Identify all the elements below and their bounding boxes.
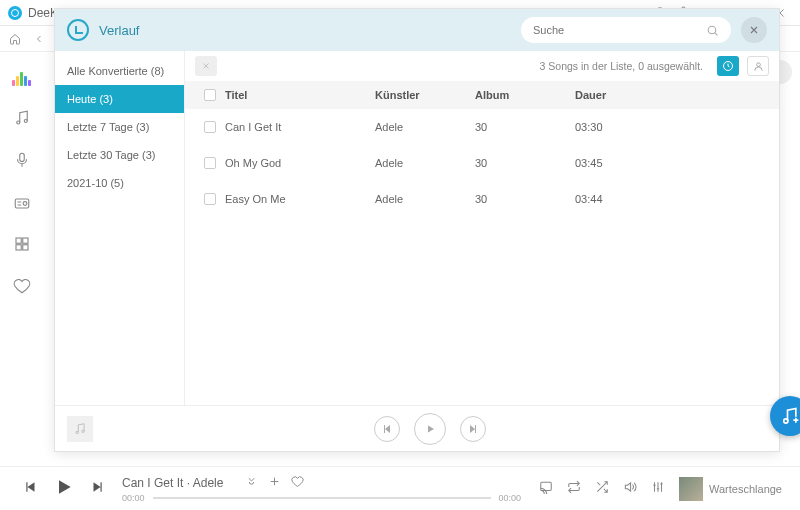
header-artist[interactable]: Künstler	[375, 89, 475, 101]
modal-search-input[interactable]	[533, 24, 706, 36]
modal-header: Verlauf	[55, 9, 779, 51]
progress-bar[interactable]	[153, 497, 491, 499]
sidebar-item-2[interactable]: Letzte 7 Tage (3)	[55, 113, 184, 141]
header-title[interactable]: Titel	[225, 89, 375, 101]
search-icon	[706, 24, 719, 37]
table-row[interactable]: Can I Get ItAdele3003:30	[185, 109, 779, 145]
music-nav-icon[interactable]	[12, 108, 32, 128]
svg-point-8	[23, 202, 27, 206]
time-current: 00:00	[122, 493, 145, 503]
queue-label: Warteschlange	[709, 483, 782, 495]
svg-point-14	[708, 26, 716, 34]
equalizer-icon[interactable]	[651, 480, 665, 497]
heart-nav-icon[interactable]	[12, 276, 32, 296]
cell-duration: 03:30	[575, 121, 655, 133]
cell-artist: Adele	[375, 121, 475, 133]
svg-point-4	[17, 121, 20, 124]
row-checkbox[interactable]	[204, 193, 216, 205]
svg-rect-6	[20, 153, 25, 161]
player-prev-button[interactable]	[24, 480, 38, 497]
lyrics-icon[interactable]	[245, 475, 258, 491]
app-logo-icon	[8, 6, 22, 20]
player-bar: Can I Get It · Adele 00:00 00:00 W	[0, 466, 800, 510]
modal-play-button[interactable]	[414, 413, 446, 445]
recent-toggle-button[interactable]	[717, 56, 739, 76]
cell-artist: Adele	[375, 157, 475, 169]
add-icon[interactable]	[268, 475, 281, 491]
player-next-button[interactable]	[90, 480, 104, 497]
time-total: 00:00	[499, 493, 522, 503]
history-header-icon	[67, 19, 89, 41]
radio-nav-icon[interactable]	[12, 192, 32, 212]
modal-close-button[interactable]	[741, 17, 767, 43]
shuffle-icon[interactable]	[595, 480, 609, 497]
modal-title: Verlauf	[99, 23, 139, 38]
svg-rect-10	[23, 238, 28, 243]
table-row[interactable]: Easy On MeAdele3003:44	[185, 181, 779, 217]
row-checkbox[interactable]	[204, 121, 216, 133]
sidebar-item-0[interactable]: Alle Konvertierte (8)	[55, 57, 184, 85]
cell-album: 30	[475, 193, 575, 205]
svg-point-18	[82, 430, 84, 432]
sidebar-item-4[interactable]: 2021-10 (5)	[55, 169, 184, 197]
svg-point-17	[76, 431, 78, 433]
table-row[interactable]: Oh My GodAdele3003:45	[185, 145, 779, 181]
queue-art	[679, 477, 703, 501]
user-toggle-button[interactable]	[747, 56, 769, 76]
svg-rect-12	[23, 245, 28, 250]
header-album[interactable]: Album	[475, 89, 575, 101]
svg-point-16	[756, 62, 760, 66]
svg-rect-13	[541, 482, 552, 490]
player-track-title: Can I Get It · Adele	[122, 476, 223, 490]
cast-icon[interactable]	[539, 480, 553, 497]
table-body: Can I Get ItAdele3003:30Oh My GodAdele30…	[185, 109, 779, 217]
header-duration[interactable]: Dauer	[575, 89, 655, 101]
modal-toolbar: 3 Songs in der Liste, 0 ausgewählt.	[185, 51, 779, 81]
table-header: Titel Künstler Album Dauer	[185, 81, 779, 109]
grid-nav-icon[interactable]	[12, 234, 32, 254]
delete-button[interactable]	[195, 56, 217, 76]
row-checkbox[interactable]	[204, 157, 216, 169]
queue-button[interactable]: Warteschlange	[679, 477, 782, 501]
cell-album: 30	[475, 157, 575, 169]
cell-artist: Adele	[375, 193, 475, 205]
sidebar-item-1[interactable]: Heute (3)	[55, 85, 184, 113]
modal-next-button[interactable]	[460, 416, 486, 442]
cell-duration: 03:44	[575, 193, 655, 205]
svg-point-5	[24, 120, 27, 123]
player-play-button[interactable]	[54, 477, 74, 500]
mic-nav-icon[interactable]	[12, 150, 32, 170]
modal-sidebar: Alle Konvertierte (8)Heute (3)Letzte 7 T…	[55, 51, 185, 405]
sidebar-item-3[interactable]: Letzte 30 Tage (3)	[55, 141, 184, 169]
volume-icon[interactable]	[623, 480, 637, 497]
select-all-checkbox[interactable]	[204, 89, 216, 101]
cell-album: 30	[475, 121, 575, 133]
repeat-icon[interactable]	[567, 480, 581, 497]
like-icon[interactable]	[291, 475, 304, 491]
cell-title: Oh My God	[225, 157, 375, 169]
music-note-icon[interactable]	[67, 416, 93, 442]
home-icon[interactable]	[8, 32, 22, 46]
cell-title: Can I Get It	[225, 121, 375, 133]
svg-point-19	[784, 419, 788, 423]
cell-title: Easy On Me	[225, 193, 375, 205]
nav-back-icon[interactable]	[32, 32, 46, 46]
modal-prev-button[interactable]	[374, 416, 400, 442]
modal-footer	[55, 405, 779, 451]
selection-status: 3 Songs in der Liste, 0 ausgewählt.	[540, 60, 703, 72]
svg-rect-9	[16, 238, 21, 243]
svg-rect-11	[16, 245, 21, 250]
history-modal: Verlauf Alle Konvertierte (8)Heute (3)Le…	[54, 8, 780, 452]
modal-search[interactable]	[521, 17, 731, 43]
left-nav	[0, 62, 44, 296]
deezer-logo-icon[interactable]	[12, 70, 32, 86]
cell-duration: 03:45	[575, 157, 655, 169]
